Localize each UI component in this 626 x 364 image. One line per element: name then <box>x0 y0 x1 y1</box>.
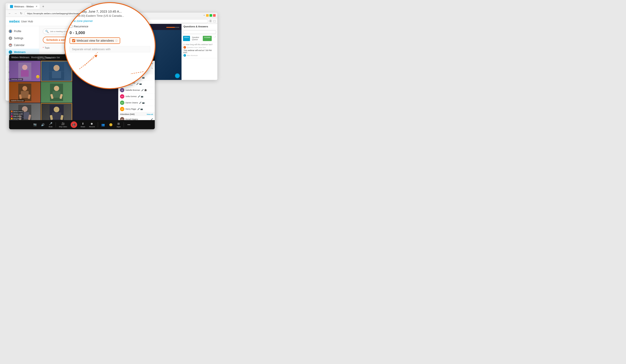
speaker-1: Darren Owens <box>13 111 23 112</box>
speaker-btn[interactable]: 🔊 <box>39 122 46 127</box>
attendees-section-header: Attendees (540) View all <box>118 112 155 116</box>
sidebar-item-profile[interactable]: 👤 Profile <box>6 28 39 35</box>
zoom-timezone: (UTC-04:00) Eastern Time (US & Canada... <box>70 14 151 17</box>
wb-tab-speaker-queue[interactable]: Speaker Queue <box>191 36 202 41</box>
calendar-icon: 📅 <box>9 43 12 47</box>
topic-label: * Topic <box>43 46 62 49</box>
panelist-row-6: HR Henry Riggs 🎤 📷 <box>118 106 155 112</box>
sidebar-item-calendar[interactable]: 📅 Calendar <box>6 42 39 49</box>
mute-btn[interactable]: 🎤 Mute <box>47 121 54 129</box>
more-options-meeting-btn[interactable]: ••• <box>126 122 132 127</box>
wb-minimize-btn[interactable] <box>206 14 209 17</box>
apps-label: Apps <box>117 126 121 128</box>
wb-qa-panel: Questions & Answers Inbox Speaker Queue … <box>182 24 217 80</box>
zoom-minus-btn[interactable]: − <box>37 56 41 60</box>
mic-icon-5: 🎤 <box>139 102 142 104</box>
svg-point-39 <box>54 107 59 112</box>
wb-tab-inbox[interactable]: Inbox <box>183 36 190 41</box>
meeting-title: Webex Webinars <box>11 56 29 59</box>
zoom-webcast-container: Webcast view for attendees ⓘ <box>70 37 120 44</box>
zoom-slider-fill <box>46 58 51 58</box>
apps-btn[interactable]: ⊞ Apps <box>116 121 122 129</box>
wb-tab-answer[interactable]: Answer <box>203 36 211 41</box>
wb-responder-avatar: A <box>183 54 186 57</box>
zoom-tz-link[interactable]: Time zone planner <box>70 19 93 23</box>
mute-label: Mute <box>49 126 53 128</box>
camera-icon-3: 🎥 <box>144 89 147 91</box>
zoom-plus-btn[interactable]: + <box>42 56 46 60</box>
wb-sort-btn[interactable]: ↕ <box>213 36 214 41</box>
svg-point-24 <box>22 86 27 91</box>
svg-rect-18 <box>21 70 29 77</box>
reactions-icon: 😊 <box>109 123 113 127</box>
share-label: Share <box>81 126 85 128</box>
video-toggle-btn[interactable]: 🎥 Stop video <box>58 121 69 129</box>
participants-sort-btn[interactable]: ⇅ <box>151 67 153 70</box>
camera-toggle-btn[interactable]: 📷 <box>32 122 38 128</box>
panelist-2-icons: 🎤 📷 <box>136 83 142 85</box>
back-btn[interactable]: ← <box>7 11 12 15</box>
share-btn[interactable]: ⬆ Share <box>79 121 86 129</box>
zoom-webcast-label: Webcast view for attendees <box>77 39 114 42</box>
panelist-info-5: Darren Owens <box>125 102 138 104</box>
wb-volume-slider[interactable] <box>166 27 179 28</box>
zoom-panelists-placeholder: Separate email addresses with <box>70 46 151 52</box>
speaker-4: Henry Riggs <box>13 118 22 119</box>
wb-question-item: 2. How long will this webinar last? J Qu… <box>182 42 217 58</box>
video-icon: 🎥 <box>61 122 65 126</box>
mute-icon: 🎤 <box>49 122 53 126</box>
record-btn[interactable]: ⏺ Record <box>88 121 96 129</box>
wb-window-controls <box>206 14 216 17</box>
toolbar-separator-1 <box>56 122 56 127</box>
camera-icon-4: 📷 <box>141 95 143 98</box>
forward-btn[interactable]: → <box>13 11 18 15</box>
wb-maximize-btn[interactable] <box>210 14 212 17</box>
panelist-avatar-4: SG <box>120 94 124 99</box>
svg-point-29 <box>54 86 59 91</box>
end-call-btn[interactable]: 📵 <box>71 121 77 128</box>
meeting-toolbar: 📷 🔊 🎤 Mute 🎥 Stop video 📵 ⬆ Share <box>9 120 155 129</box>
browser-tab[interactable]: Webinars - Webex ✕ <box>8 4 39 9</box>
attendees-section-label: Attendees (540) <box>120 113 135 115</box>
wb-toolbar-more[interactable]: ☰ <box>209 20 212 23</box>
sidebar-item-settings[interactable]: ⚙ Settings <box>6 35 39 42</box>
tab-close-btn[interactable]: ✕ <box>36 5 37 8</box>
mic-icon-4: 🎤 <box>138 95 140 98</box>
zoom-recurrence-label: Recurrence <box>74 25 88 28</box>
sidebar-settings-label: Settings <box>14 37 23 40</box>
emoji-1: 😊 <box>36 75 39 78</box>
video-cell-4 <box>41 82 72 103</box>
panelist-row-3: IB Isabelle Brennan 🎤 🎥 <box>118 87 155 93</box>
wb-qa-search-input[interactable] <box>183 30 216 34</box>
svg-rect-25 <box>21 91 29 98</box>
new-tab-btn[interactable]: + <box>42 4 44 8</box>
zoom-webcast-checkbox[interactable] <box>72 39 75 42</box>
participants-btn[interactable]: 👥 <box>100 122 106 127</box>
panelist-row-5: DO Darren Owens 🎤 📷 <box>118 100 155 106</box>
view-all-link[interactable]: View all <box>147 113 153 115</box>
record-icon: ⏺ <box>90 122 94 126</box>
zoom-content: Wednesday, June 7, 2023 10:45 A... (UTC-… <box>70 9 151 52</box>
speaker-3: Sofia Gomez <box>13 115 22 117</box>
zoom-attendees: 0 - 1,000 <box>70 31 151 35</box>
speaker-indicators: Darren Owens Clarissa Smith Sofia Gomez … <box>10 110 24 120</box>
more-icon: ••• <box>127 123 131 127</box>
svg-point-20 <box>53 65 60 71</box>
share-icon: ⬆ <box>81 122 85 126</box>
reactions-btn[interactable]: 😊 <box>108 122 114 127</box>
wb-close-btn[interactable] <box>213 14 216 17</box>
sidebar-calendar-label: Calendar <box>14 44 25 47</box>
wb-question-meta: J Question from Jane Doe <box>183 46 216 49</box>
refresh-btn[interactable]: ↻ <box>19 11 23 15</box>
camera-icon-1: 📷 <box>142 76 145 79</box>
zoom-webcast-info: ⓘ <box>115 39 117 42</box>
sidebar-profile-label: Profile <box>14 30 21 33</box>
wb-toolbar-cast[interactable]: ⬚ <box>213 20 216 23</box>
wb-expand-btn[interactable]: ⤢ <box>214 36 216 41</box>
svg-rect-21 <box>52 71 61 78</box>
camera-icon-5: 📷 <box>142 102 145 104</box>
tab-title: Webinars - Webex <box>14 5 34 8</box>
mic-icon-6: 🎤 <box>137 108 140 110</box>
toolbar-separator-3 <box>124 122 124 127</box>
zoom-recurrence-checkbox[interactable] <box>70 25 72 28</box>
